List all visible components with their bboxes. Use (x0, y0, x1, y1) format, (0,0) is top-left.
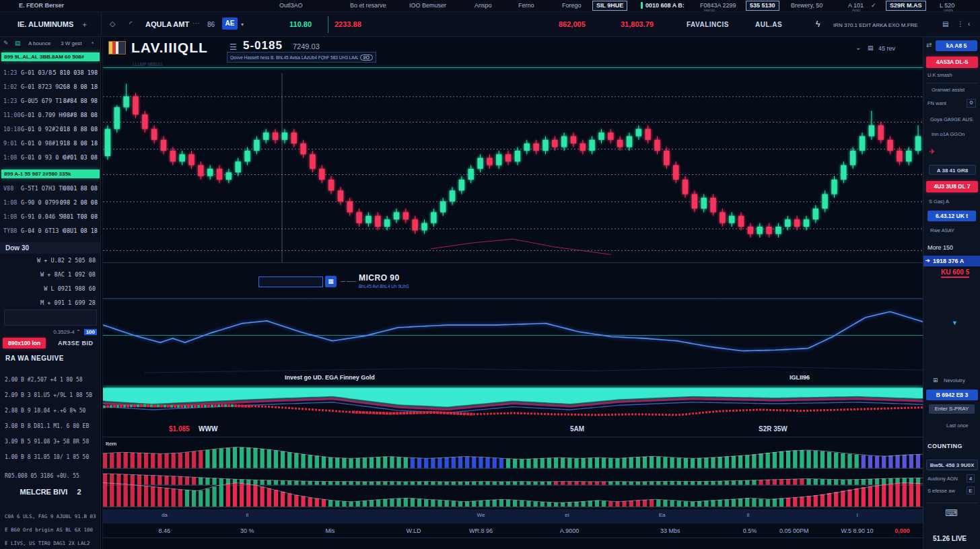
watchlist-row[interactable]: 1:08G-91 0.046 519801 T08 08 (0, 213, 101, 220)
instrument-name[interactable]: AQULA AMT (145, 20, 189, 28)
menu-item[interactable]: Anspo (475, 2, 492, 9)
scroll-down-icon[interactable]: ▼ (952, 320, 958, 326)
section-header-dow30[interactable]: Dow 30 (0, 242, 101, 254)
corner-chevron-icon[interactable]: ⌄ (855, 44, 861, 51)
row-code: G-01 0 98#1 (21, 140, 60, 147)
row-code: G-01 0 92#2 (21, 126, 60, 133)
watchlist-row[interactable]: V88G-5T1 O7H3 TH0801 88 08 (0, 185, 101, 192)
watchlist-sidebar: ✎▤A bounce3 W gest◔899 9L.AL.AL 3BB.8AM … (0, 37, 101, 549)
histogram-canvas[interactable] (103, 439, 923, 509)
draw-tool-icon[interactable]: ◇ (110, 20, 115, 28)
footer-value: 2 (77, 488, 81, 496)
ticker-item[interactable]: SIL 9HUE (592, 1, 627, 11)
candlestick-canvas[interactable] (103, 68, 923, 263)
counting-button[interactable]: Bw5L 458 3 9U0X (926, 460, 978, 470)
menu-item[interactable]: Ferno (518, 2, 534, 9)
sell-row: 890x100 lonAR3SE BID (0, 338, 101, 350)
position-row[interactable]: ➔1918 376 A (923, 256, 980, 266)
ticker-item[interactable]: 0010 608 A B: (641, 2, 685, 9)
add-symbol-button[interactable]: ＋ (81, 20, 88, 30)
meta-row: 0.3529-4 ⌃100 (0, 329, 101, 335)
index-row[interactable]: M + 091 1 699 28 (0, 299, 101, 306)
option2-field[interactable]: E (967, 486, 975, 495)
watchlist-highlight-row[interactable]: 899 9L.AL.AL 3BB.8AM 60 508# (1, 52, 100, 61)
time-axis[interactable]: dallWeelEallI (103, 509, 923, 523)
watchlist-highlight-row[interactable]: 899 A-1 55 987 2#580 335k (1, 170, 100, 178)
option1-field[interactable]: 4 (967, 474, 975, 482)
menu-item[interactable]: Outl3AO (279, 2, 303, 9)
clock-icon[interactable]: ◔ (90, 40, 94, 46)
confirm-button[interactable]: B 6942 E8 3 (926, 390, 978, 400)
index-row[interactable]: W + U.82 2 505 88 (0, 257, 101, 264)
ticker-item[interactable]: ✓ (871, 2, 876, 9)
window-control-icon[interactable]: ▤ (942, 20, 948, 28)
ribbon-canvas[interactable] (103, 385, 923, 423)
limit-order-button[interactable]: 6.43.12 UK t (928, 211, 976, 221)
footer-row: E LIVS, US TIRO DAG1 2X LAL2 (0, 540, 101, 546)
chart-search-input[interactable] (258, 277, 323, 287)
grid-button[interactable]: ▦ (325, 276, 337, 287)
watchlist-row[interactable]: 1:08G-01 0 93 0 00#01 03 08 (0, 154, 101, 161)
chart-subtitle: LLLMP 9BBUG (133, 62, 162, 67)
info-bar-text: Qovve Hassett hess B. BhL45 Avisa LAzUb4… (230, 55, 358, 60)
row-time: V88 (3, 185, 21, 192)
link-favorites[interactable]: FAVALINCIS (687, 21, 729, 28)
stat-index: 31,803.79 (621, 20, 654, 28)
ticker-item[interactable]: Brewery, 50 (791, 2, 823, 9)
watchlist-row[interactable]: 10:18G-01 0 92#2018 8 88 08 (0, 126, 101, 133)
index-row[interactable]: W + 8AC 1 092 08 (0, 271, 101, 278)
buy-button[interactable]: kA A8 5 (936, 40, 977, 51)
qty-field[interactable]: 0 (967, 99, 976, 108)
filter-label-1[interactable]: A bounce (28, 40, 50, 46)
trade-icon[interactable]: ⇄ (926, 41, 932, 48)
folder-icon[interactable]: ▤ (15, 40, 21, 46)
badge-caret-icon[interactable]: ▾ (241, 22, 244, 28)
index-row[interactable]: W L 0921 988 60 (0, 285, 101, 292)
sell-size-button[interactable]: 890x100 lon (3, 338, 46, 349)
curve-tool-icon[interactable]: ◜ (129, 20, 132, 28)
ticker-item[interactable]: 535 5130 (746, 1, 779, 11)
interval-label[interactable]: 86 (207, 21, 215, 28)
io-badge[interactable]: I/O (360, 54, 373, 61)
link-alerts[interactable]: AUL.AS (755, 21, 782, 28)
row-code: G-0U5 679 T1 (21, 98, 63, 104)
edit-icon[interactable]: ✎ (3, 40, 9, 46)
row-code: G-01 8723 98 (21, 83, 60, 90)
watchlist-row[interactable]: 1:23G-0U5 679 T18#84 88 98 (0, 98, 101, 104)
corner-panel-icon[interactable]: ▤ (868, 44, 874, 51)
watchlist-row[interactable]: 1:23G-01 03/8#4 085 810 038 198 (0, 69, 101, 76)
indicator-badge[interactable]: AE (222, 17, 238, 30)
counting-header: COUNTING (928, 443, 963, 449)
window-control-icon[interactable]: ‹ (968, 20, 970, 28)
sell-button[interactable]: 4A53A DL-5 (926, 57, 978, 68)
spray-button[interactable]: Enter S-PRAY (929, 404, 975, 414)
symbol-label[interactable]: IE. ALUMINUMS (18, 20, 73, 28)
filter-label-2[interactable]: 3 W gest (61, 40, 82, 46)
watchlist-row[interactable]: 11:00G-01 0.709 H698#8 88 08 (0, 112, 101, 118)
watchlist-row[interactable]: TY88G-04 0 6T13 6T08U1 08 18 (0, 227, 101, 234)
meta-badge[interactable]: 100 (84, 329, 97, 335)
more-dots-icon[interactable]: ⋯ (193, 19, 200, 28)
more-label[interactable]: More 150 (928, 244, 953, 251)
ticker-item[interactable]: S29R M.AS (886, 1, 926, 11)
keyboard-icon[interactable]: ⌨ (945, 508, 958, 518)
menu-item[interactable]: Bo et resarve (350, 2, 386, 9)
menubar: E. FEOR Berser Outl3AOBo et resarveIOO B… (0, 0, 980, 12)
axis-label: 33 Mbs (660, 527, 680, 534)
order-type-button[interactable]: A 38 41 GR8 (929, 165, 976, 175)
menu-item[interactable]: IOO Bemuser (409, 2, 446, 9)
oscillator-canvas[interactable] (103, 290, 923, 373)
section-header-raw: RA WA NEGUIVE (5, 355, 64, 362)
menu-icon[interactable]: ☰ (230, 42, 237, 52)
watchlist-row[interactable]: 9:01G-01 0 98#1918 8 08 18 (0, 140, 101, 147)
watchlist-row[interactable]: 1:02G-01 8723 98268 8 08 18 (0, 83, 101, 90)
send-icon[interactable]: ✈ (929, 147, 935, 156)
axis-label: A.9000 (560, 527, 580, 534)
watchlist-row[interactable]: 1:08G-90 0 0799 U1098 2 08 08 (0, 199, 101, 206)
axis-tick: da (162, 512, 168, 518)
window-control-icon[interactable]: ⋮ (957, 20, 964, 28)
sidebar-search-input[interactable] (4, 309, 97, 326)
menu-item[interactable]: Forego (562, 2, 582, 9)
bolt-icon[interactable]: ϟ (816, 20, 820, 29)
close-position-button[interactable]: 4U3 3U8 DL 7 (926, 181, 978, 192)
